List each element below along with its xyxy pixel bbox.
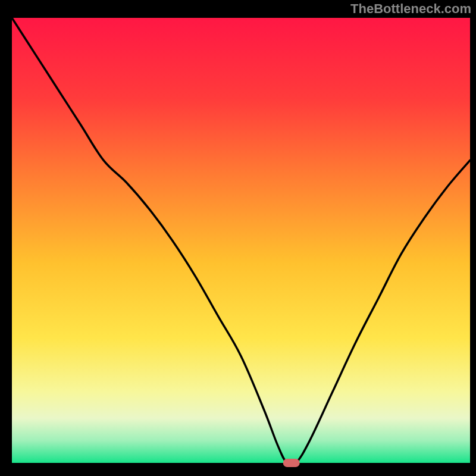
plot-background (12, 18, 470, 463)
watermark-text: TheBottleneck.com (350, 1, 471, 17)
bottleneck-chart-svg (0, 0, 476, 476)
chart-root: TheBottleneck.com (0, 0, 476, 476)
optimum-marker (283, 459, 300, 467)
